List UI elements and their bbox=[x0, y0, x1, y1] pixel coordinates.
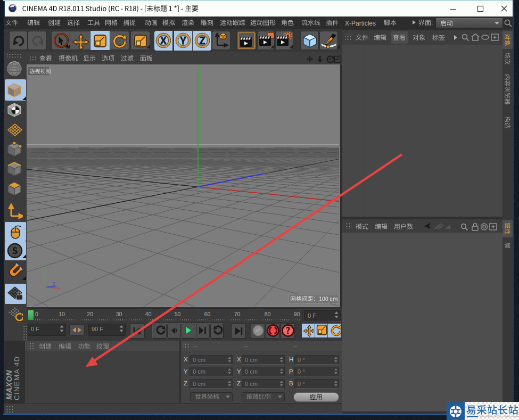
svg-text:MAXON: MAXON bbox=[5, 370, 13, 400]
svg-text:CINEMA 4D: CINEMA 4D bbox=[13, 356, 21, 400]
